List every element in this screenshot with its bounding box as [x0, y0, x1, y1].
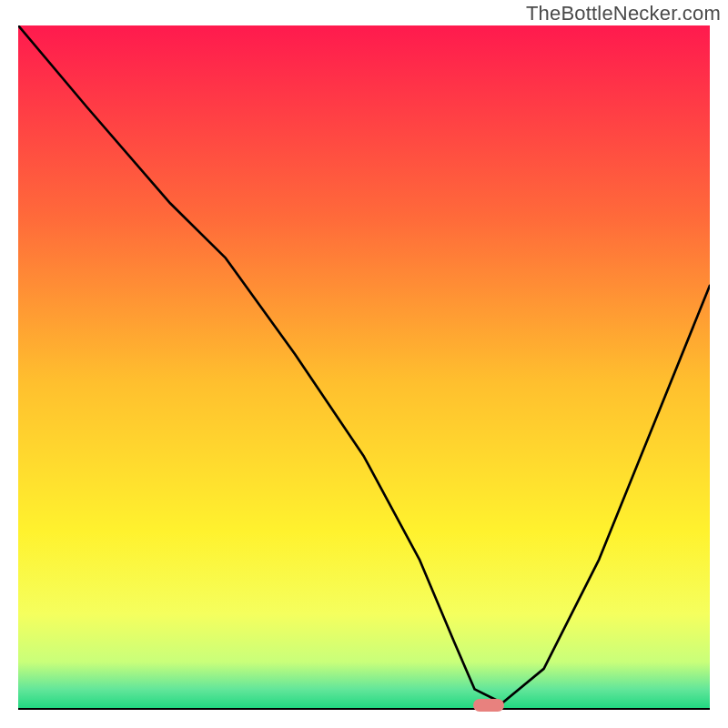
curve-layer — [18, 25, 710, 710]
watermark-text: TheBottleNecker.com — [526, 2, 721, 25]
bottleneck-chart: TheBottleNecker.com — [0, 0, 728, 728]
bottleneck-curve-path — [18, 25, 710, 703]
plot-area — [18, 25, 710, 710]
ideal-marker — [473, 699, 504, 712]
x-axis — [18, 708, 710, 710]
